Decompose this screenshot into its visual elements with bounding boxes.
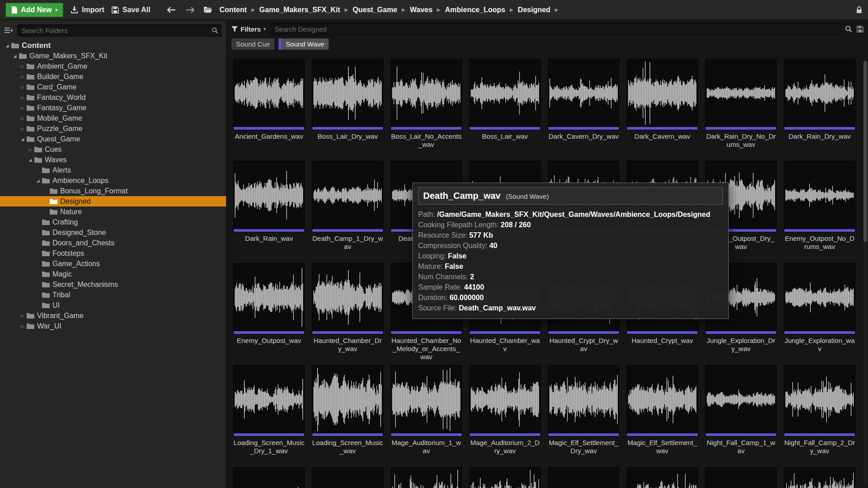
breadcrumb-item[interactable]: Waves [410,6,432,14]
chevron-collapsed-icon[interactable]: ▷ [19,75,26,79]
asset-tile[interactable] [627,467,698,488]
tree-item-label: Mobile_Game [37,114,82,122]
breadcrumb-item[interactable]: Designed [518,6,550,14]
chevron-collapsed-icon[interactable]: ▷ [19,85,26,89]
chevron-expanded-icon[interactable]: ◢ [34,178,42,183]
tree-item-label: Game_Actions [52,260,100,268]
tree-item-game-makers-sfx-kit[interactable]: ◢Game_Makers_SFX_Kit [0,51,226,61]
asset-tile-enemy_outpost_no_drums_wav[interactable]: Enemy_Outpost_No_Drums_wav [784,161,855,251]
search-folders-input[interactable] [17,24,222,37]
tree-item-war-ui[interactable]: ▷War_UI [0,321,226,331]
tree-item-ambience-loops[interactable]: ◢Ambience_Loops [0,175,226,186]
tree-item-builder-game[interactable]: ▷Builder_Game [0,71,226,82]
asset-tile[interactable] [705,467,777,488]
tree-item-puzzle-game[interactable]: ▷Puzzle_Game [0,123,226,134]
tree-item-ui[interactable]: UI [0,300,226,310]
asset-tile[interactable] [469,467,541,488]
filters-button[interactable]: Filters ▾ [231,25,266,33]
asset-tile-mage_auditorium_2_dry_wav[interactable]: Mage_Auditorium_2_Dry_wav [469,365,541,455]
tree-item-game-actions[interactable]: Game_Actions [0,258,226,269]
tree-item-fantacy-world[interactable]: ▷Fantacy_World [0,92,226,103]
asset-tile-dark_rain_wav[interactable]: Dark_Rain_wav [233,161,305,251]
tree-item-card-game[interactable]: ▷Card_Game [0,82,226,92]
asset-tile-magic_elf_settlement_wav[interactable]: Magic_Elf_Settlement_wav [627,365,698,455]
tree-item-nature[interactable]: Nature [0,206,226,217]
chevron-collapsed-icon[interactable]: ▷ [19,324,26,328]
asset-tile[interactable] [784,467,855,488]
breadcrumb-item[interactable]: Game_Makers_SFX_Kit [259,6,340,14]
tree-item-cues[interactable]: ▷Cues [0,144,226,155]
tree-item-mobile-game[interactable]: ▷Mobile_Game [0,113,226,123]
asset-tile-dark_cavern_wav[interactable]: Dark_Cavern_wav [627,59,698,149]
chevron-collapsed-icon[interactable]: ▷ [19,127,26,131]
chevron-expanded-icon[interactable]: ◢ [4,43,11,48]
import-button[interactable]: Import [71,6,104,14]
asset-tile-boss_lair_wav[interactable]: Boss_Lair_wav [469,59,541,149]
filter-chip-sound-cue[interactable]: Sound Cue [231,38,274,50]
chevron-collapsed-icon[interactable]: ▷ [19,106,26,110]
asset-tile-night_fall_camp_1_wav[interactable]: Night_Fall_Camp_1_wav [705,365,777,455]
tree-item-footsteps[interactable]: Footsteps [0,248,226,258]
chevron-expanded-icon[interactable]: ◢ [19,137,26,141]
tree-item-designed-stone[interactable]: Designed_Stone [0,227,226,238]
asset-tile-magic_elf_settlement_dry_wav[interactable]: Magic_Elf_Settlement_Dry_wav [548,365,619,455]
asset-tile-ancient_gardens_wav[interactable]: Ancient_Gardens_wav [233,59,305,149]
search-assets-input[interactable] [270,23,840,35]
chevron-collapsed-icon[interactable]: ▷ [19,95,26,100]
back-button[interactable] [165,5,177,14]
folder-icon [42,302,50,308]
tree-item-waves[interactable]: ◢Waves [0,155,226,165]
sources-toggle-icon[interactable] [5,27,13,34]
asset-tile-mage_auditorium_1_wav[interactable]: Mage_Auditorium_1_wav [391,365,462,455]
asset-tile[interactable] [233,467,305,488]
asset-tile-loading_screen_music_wav[interactable]: Loading_Screen_Music_wav [312,365,383,455]
filter-chip-sound-wave[interactable]: Sound Wave [278,38,329,50]
breadcrumb-item[interactable]: Content [219,6,246,14]
save-all-button[interactable]: Save All [112,6,151,14]
tree-item-secret-mechanisms[interactable]: Secret_Mechanisms [0,279,226,290]
breadcrumb-item[interactable]: Quest_Game [353,6,397,14]
save-search-icon[interactable] [857,26,863,33]
asset-tile-enemy_outpost_wav[interactable]: Enemy_Outpost_wav [233,263,305,353]
breadcrumb-item[interactable]: Ambience_Loops [445,6,505,14]
tree-item-tribal[interactable]: Tribal [0,290,226,300]
tree-item-fantasy-game[interactable]: ▷Fantasy_Game [0,103,226,113]
tree-item-doors-and-chests[interactable]: Doors_and_Chests [0,238,226,248]
asset-tile-haunted_chamber_dry_wav[interactable]: Haunted_Chamber_Dry_wav [312,263,383,353]
forward-button[interactable] [184,5,196,14]
tree-item-vibrant-game[interactable]: ▷Vibrant_Game [0,310,226,321]
asset-tile[interactable] [312,467,383,488]
tree-item-designed[interactable]: Designed [0,196,226,206]
chevron-collapsed-icon[interactable]: ▷ [19,314,26,318]
tree-item-content[interactable]: ◢Content [0,40,226,51]
asset-tile-loading_screen_music_dry_1_wav[interactable]: Loading_Screen_Music_Dry_1_wav [233,365,305,455]
tree-item-ambient-game[interactable]: ▷Ambient_Game [0,61,226,71]
tree-item-magic[interactable]: Magic [0,269,226,279]
scrollbar-thumb[interactable] [863,61,867,242]
search-icon[interactable] [845,25,852,33]
asset-tile-boss_lair_dry_wav[interactable]: Boss_Lair_Dry_wav [312,59,383,149]
asset-tile-dark_rain_dry_wav[interactable]: Dark_Rain_Dry_wav [784,59,855,149]
chevron-expanded-icon[interactable]: ◢ [11,54,19,58]
chevron-expanded-icon[interactable]: ◢ [27,158,34,162]
tree-item-bonus-long-format[interactable]: Bonus_Long_Format [0,186,226,196]
asset-tile-dark_cavern_dry_wav[interactable]: Dark_Cavern_Dry_wav [548,59,619,149]
tooltip-row: Compression Quality: 40 [418,240,723,251]
chevron-collapsed-icon[interactable]: ▷ [19,64,26,69]
asset-tile-jungle_exploration_wav[interactable]: Jungle_Exploration_wav [784,263,855,353]
folder-icon [50,198,57,204]
asset-tile-dark_rain_dry_no_drums_wav[interactable]: Dark_Rain_Dry_No_Drums_wav [705,59,777,149]
tree-item-alerts[interactable]: Alerts [0,165,226,175]
asset-tile-death_camp_1_dry_wav[interactable]: Death_Camp_1_Dry_wav [312,161,383,251]
chevron-collapsed-icon[interactable]: ▷ [19,116,26,121]
asset-tile-night_fall_camp_2_dry_wav[interactable]: Night_Fall_Camp_2_Dry_wav [784,365,855,455]
vertical-scrollbar[interactable] [863,60,867,486]
chevron-collapsed-icon[interactable]: ▷ [27,147,34,152]
lock-icon[interactable] [856,6,863,14]
add-new-button[interactable]: Add New ▾ [5,3,63,17]
tree-item-crafting[interactable]: Crafting [0,217,226,227]
tree-item-quest-game[interactable]: ◢Quest_Game [0,134,226,144]
asset-tile[interactable] [548,467,619,488]
asset-tile[interactable] [391,467,462,488]
asset-tile-boss_lair_no_accents_wav[interactable]: Boss_Lair_No_Accents_wav [391,59,462,149]
